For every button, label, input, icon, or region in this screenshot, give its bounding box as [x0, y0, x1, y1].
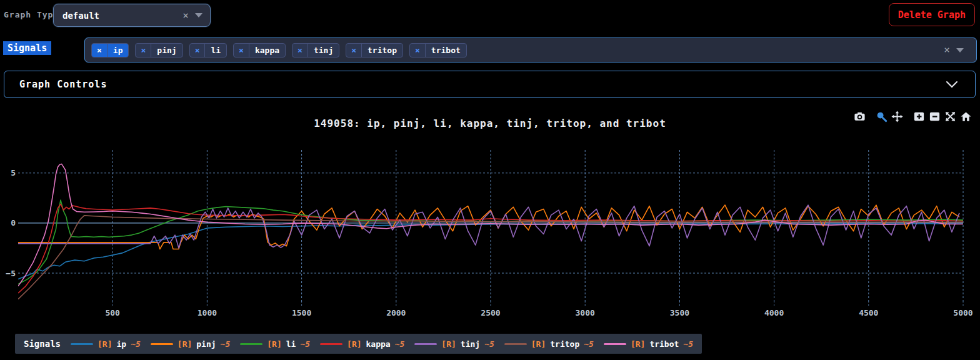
signal-tag-label: pinj: [151, 44, 182, 57]
legend-swatch: [240, 343, 262, 345]
realtime-badge: [R]: [441, 339, 456, 349]
signal-tag-label: tritop: [362, 44, 402, 57]
x-tick-label: 500: [105, 308, 120, 318]
zoom-out-button[interactable]: [929, 111, 941, 123]
decimation-label: ~5: [300, 339, 310, 349]
delete-graph-button[interactable]: Delete Graph: [889, 3, 975, 26]
decimation-label: ~5: [395, 339, 405, 349]
x-tick-label: 4500: [859, 308, 878, 318]
graph-type-value: default: [62, 11, 179, 21]
legend-swatch: [504, 343, 527, 345]
chevron-down-icon: [945, 80, 959, 89]
zoom-in-button[interactable]: [913, 111, 925, 123]
signal-tag-label: kappa: [249, 44, 285, 57]
remove-tag-icon[interactable]: ×: [292, 44, 308, 57]
caret-down-icon[interactable]: [195, 13, 202, 18]
legend-item-tribot[interactable]: [R]tribot~5: [604, 339, 693, 349]
y-tick-label: 0: [11, 218, 16, 228]
remove-tag-icon[interactable]: ×: [410, 44, 426, 57]
autoscale-button[interactable]: [944, 111, 956, 123]
clear-signals-icon[interactable]: ×: [940, 45, 954, 55]
x-tick-label: 3000: [576, 308, 595, 318]
remove-tag-icon[interactable]: ×: [190, 44, 206, 57]
signal-tag-label: tribot: [426, 44, 466, 57]
x-tick-label: 1000: [198, 308, 217, 318]
legend-series-name: ip: [117, 339, 127, 349]
signal-tag-label: ip: [108, 44, 129, 57]
decimation-label: ~5: [131, 339, 141, 349]
legend-items: [R]ip~5[R]pinj~5[R]li~5[R]kappa~5[R]tinj…: [71, 339, 693, 349]
realtime-badge: [R]: [267, 339, 281, 349]
clear-graph-type-icon[interactable]: ×: [179, 11, 192, 21]
legend-item-li[interactable]: [R]li~5: [240, 339, 310, 349]
legend-swatch: [71, 343, 93, 345]
x-tick-label: 1500: [292, 308, 311, 318]
realtime-badge: [R]: [98, 339, 112, 349]
zoom-out-icon: [929, 111, 941, 122]
remove-tag-icon[interactable]: ×: [234, 44, 249, 57]
pan-tool-button[interactable]: [891, 111, 903, 123]
legend-swatch: [414, 343, 437, 345]
legend-title: Signals: [24, 339, 61, 349]
graph-type-select[interactable]: default ×: [53, 4, 211, 27]
legend-series-name: pinj: [196, 339, 216, 349]
autoscale-icon: [944, 111, 956, 122]
legend-series-name: tritop: [550, 339, 579, 349]
signal-tag-li[interactable]: ×li: [189, 43, 227, 58]
chart-plot[interactable]: 500100015002000250030003500400045005000−…: [0, 150, 980, 331]
legend-item-pinj[interactable]: [R]pinj~5: [151, 339, 230, 349]
home-icon: [960, 111, 972, 122]
signal-tag-label: li: [205, 44, 226, 57]
x-tick-label: 3500: [670, 308, 689, 318]
signal-tag-tritop[interactable]: ×tritop: [346, 43, 403, 58]
graph-controls-toggle[interactable]: Graph Controls: [4, 71, 976, 98]
legend-item-kappa[interactable]: [R]kappa~5: [320, 339, 404, 349]
decimation-label: ~5: [683, 339, 693, 349]
legend-bar: Signals [R]ip~5[R]pinj~5[R]li~5[R]kappa~…: [15, 334, 702, 354]
signal-tag-kappa[interactable]: ×kappa: [233, 43, 286, 58]
legend-series-name: tinj: [461, 339, 480, 349]
signals-label: Signals: [3, 41, 51, 55]
legend-item-tritop[interactable]: [R]tritop~5: [504, 339, 594, 349]
reset-axes-button[interactable]: [960, 111, 972, 123]
x-tick-label: 5000: [953, 308, 972, 318]
graph-controls-label: Graph Controls: [19, 79, 107, 90]
caret-down-icon[interactable]: [956, 48, 964, 52]
signal-tag-tinj[interactable]: ×tinj: [292, 43, 339, 58]
remove-tag-icon[interactable]: ×: [92, 44, 108, 57]
legend-series-name: li: [286, 339, 296, 349]
remove-tag-icon[interactable]: ×: [136, 44, 151, 57]
x-tick-label: 4000: [764, 308, 784, 318]
legend-item-tinj[interactable]: [R]tinj~5: [414, 339, 494, 349]
zoom-tool-button[interactable]: [876, 111, 888, 123]
signal-tag-ip[interactable]: ×ip: [91, 43, 129, 58]
decimation-label: ~5: [584, 339, 594, 349]
realtime-badge: [R]: [531, 339, 546, 349]
legend-item-ip[interactable]: [R]ip~5: [71, 339, 141, 349]
signal-tag-label: tinj: [308, 44, 339, 57]
realtime-badge: [R]: [631, 339, 645, 349]
graphing-dashboard: Graph Type default × Delete Graph Signal…: [0, 0, 980, 360]
y-tick-label: −5: [6, 269, 16, 278]
y-tick-label: 5: [11, 168, 16, 178]
signal-tags: ×ip×pinj×li×kappa×tinj×tritop×tribot: [91, 43, 940, 58]
legend-series-name: tribot: [649, 339, 679, 349]
download-plot-button[interactable]: [854, 111, 866, 123]
x-tick-label: 2500: [481, 308, 500, 318]
camera-icon: [854, 111, 866, 122]
chart-title: 149058: ip, pinj, li, kappa, tinj, trito…: [0, 118, 980, 129]
legend-series-name: kappa: [366, 339, 391, 349]
legend-swatch: [151, 343, 173, 345]
zoom-in-icon: [913, 111, 925, 122]
x-tick-label: 2000: [386, 308, 406, 318]
signal-tag-tribot[interactable]: ×tribot: [409, 43, 467, 58]
remove-tag-icon[interactable]: ×: [346, 44, 362, 57]
zoom-icon: [876, 111, 888, 122]
decimation-label: ~5: [484, 339, 494, 349]
pan-icon: [891, 111, 903, 122]
realtime-badge: [R]: [178, 339, 192, 349]
plot-modebar: [852, 111, 974, 123]
legend-swatch: [604, 343, 626, 345]
signal-tag-pinj[interactable]: ×pinj: [135, 43, 182, 58]
signals-multiselect[interactable]: ×ip×pinj×li×kappa×tinj×tritop×tribot ×: [84, 38, 977, 62]
